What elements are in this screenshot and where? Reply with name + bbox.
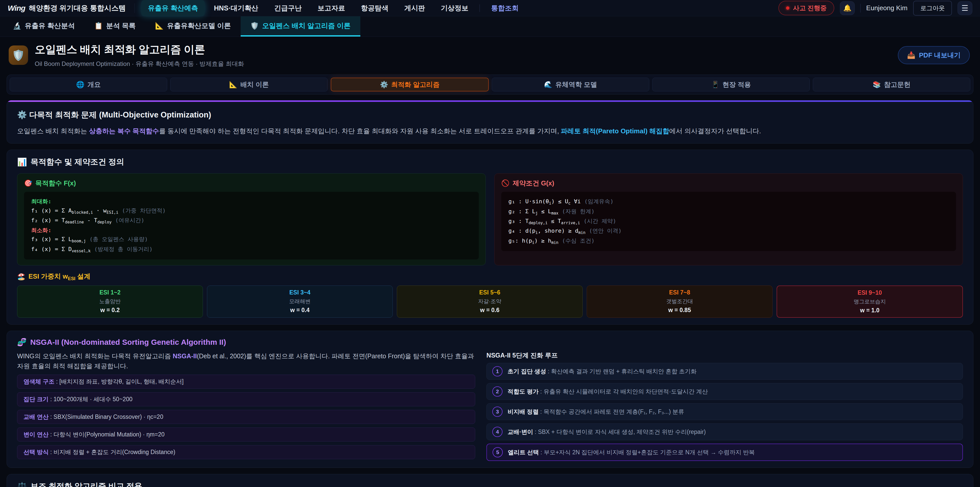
- logo: Wing 해양환경 위기대응 통합시스템: [8, 3, 135, 13]
- nav-item-reports[interactable]: 보고자료: [311, 0, 352, 16]
- param-selection: 선택 방식 : 비지배 정렬 + 혼잡도 거리(Crowding Distanc…: [17, 445, 475, 459]
- section-tab-bar: 🌐 개요 📐 배치 이론 ⚙️ 최적화 알고리즘 🌊 유체역학 모델 📱 현장 …: [6, 75, 974, 94]
- tab-label: 유출유확산모델 이론: [167, 21, 231, 30]
- formula-line: f₁ (x) = Σ Ablocked,i · wESI,i(가중 차단면적): [31, 206, 472, 216]
- step-number-badge: 3: [492, 407, 503, 417]
- section-tab-overview[interactable]: 🌐 개요: [10, 78, 167, 91]
- esi-card-9-10: ESI 9~10 맹그로브습지 w = 1.0: [776, 286, 963, 318]
- clipboard-icon: 📋: [94, 22, 103, 30]
- triangle-ruler-icon: 📐: [155, 22, 164, 30]
- shield-badge-icon: 🛡️: [9, 45, 28, 65]
- nav-item-air-search[interactable]: 항공탐색: [354, 0, 395, 16]
- tab-spill-analysis[interactable]: 🔬 유출유 확산분석: [3, 16, 84, 37]
- param-population: 집단 크기 : 100~200개체 · 세대수 50~200: [17, 392, 475, 406]
- step-number-badge: 5: [493, 447, 503, 457]
- esi-weights-block: 🏖️ ESI 가중치 wESI 설계 ESI 1~2 노출암반 w = 0.2 …: [17, 272, 963, 318]
- param-chromosome: 염색체 구조 : [배치지점 좌표, 방향각θ, 길이L, 형태, 배치순서]: [17, 375, 475, 389]
- section-tab-hydrodynamics[interactable]: 🌊 유체역학 모델: [492, 78, 649, 91]
- user-name: Eunjeong Kim: [866, 4, 907, 12]
- objective-code-block: 최대화: f₁ (x) = Σ Ablocked,i · wESI,i(가중 차…: [24, 192, 479, 259]
- dna-icon: 🧬: [17, 338, 27, 346]
- target-icon: 🎯: [24, 179, 32, 187]
- section-tab-label: 개요: [88, 80, 101, 89]
- panel-title: 🎯 목적함수 F(x): [24, 179, 479, 188]
- main-menu: 유출유 확산예측 HNS·대기확산 긴급구난 보고자료 항공탐색 게시판 기상정…: [142, 0, 525, 16]
- highlight-nsga: NSGA-II: [173, 353, 197, 359]
- incident-status-badge: 사고 진행중: [778, 1, 834, 15]
- maximize-label: 최대화:: [31, 197, 472, 206]
- page-header-text: 오일펜스 배치 최적화 알고리즘 이론 Oil Boom Deployment …: [35, 42, 244, 68]
- nav-item-weather[interactable]: 기상정보: [434, 0, 475, 16]
- formula-line: g₃ : Tdeploy,i ≤ Tarrive,i(시간 제약): [508, 217, 949, 226]
- evolution-loop-title: NSGA-II 5단계 진화 루프: [487, 351, 963, 359]
- definition-panels: 🎯 목적함수 F(x) 최대화: f₁ (x) = Σ Ablocked,i ·…: [17, 173, 963, 265]
- top-nav: Wing 해양환경 위기대응 통합시스템 유출유 확산예측 HNS·대기확산 긴…: [0, 0, 980, 16]
- esi-card-5-6: ESI 5~6 자갈·조약 w = 0.6: [397, 286, 583, 318]
- tab-analysis-list[interactable]: 📋 분석 목록: [84, 16, 145, 37]
- nav-right: 사고 진행중 🔔 Eunjeong Kim 로그아웃 ☰: [778, 1, 972, 16]
- nav-item-board[interactable]: 게시판: [398, 0, 431, 16]
- sub-tab-bar: 🔬 유출유 확산분석 📋 분석 목록 📐 유출유확산모델 이론 🛡️ 오일펜스 …: [0, 16, 980, 37]
- pdf-export-button[interactable]: 📥 PDF 내보내기: [898, 46, 970, 64]
- esi-weights-title: 🏖️ ESI 가중치 wESI 설계: [17, 272, 963, 281]
- highlight-conflicting-objectives: 상충하는 복수 목적함수: [89, 127, 159, 135]
- nav-item-integrated-search[interactable]: 통합조회: [484, 0, 525, 16]
- objective-function-panel: 🎯 목적함수 F(x) 최대화: f₁ (x) = Σ Ablocked,i ·…: [17, 173, 486, 265]
- download-icon: 📥: [907, 51, 915, 59]
- step-number-badge: 1: [492, 366, 503, 377]
- evolution-step-4: 4 교배·변이 : SBX + 다항식 변이로 자식 세대 생성, 제약조건 위…: [487, 423, 963, 440]
- section-tab-label: 최적화 알고리즘: [391, 80, 439, 89]
- panel-title: 🚫 제약조건 G(x): [501, 179, 956, 188]
- tab-boom-algorithm-theory[interactable]: 🛡️ 오일펜스 배치 알고리즘 이론: [241, 16, 360, 37]
- param-crossover: 교배 연산 : SBX(Simulated Binary Crossover) …: [17, 410, 475, 424]
- nav-item-oil-spill-forecast[interactable]: 유출유 확산예측: [142, 0, 205, 16]
- bell-icon: 🔔: [843, 4, 851, 12]
- esi-cards: ESI 1~2 노출암반 w = 0.2 ESI 3~4 모래해변 w = 0.…: [17, 286, 963, 318]
- section-tab-deployment-theory[interactable]: 📐 배치 이론: [170, 78, 328, 91]
- gear-icon: ⚙️: [17, 110, 27, 119]
- section-tab-field-application[interactable]: 📱 현장 적용: [652, 78, 810, 91]
- shield-icon: 🛡️: [250, 22, 259, 30]
- section-title: ⚙️ 다목적 최적화 문제 (Multi-Objective Optimizat…: [17, 110, 963, 120]
- gear-icon: ⚙️: [380, 81, 388, 89]
- globe-icon: 🌐: [76, 81, 84, 89]
- nsga-right-column: NSGA-II 5단계 진화 루프 1 초기 집단 생성 : 확산예측 결과 기…: [487, 351, 963, 461]
- esi-card-3-4: ESI 3~4 모래해변 w = 0.4: [207, 286, 393, 318]
- tab-label: 분석 목록: [106, 21, 136, 30]
- hamburger-icon: ☰: [962, 3, 969, 13]
- triangle-ruler-icon: 📐: [229, 81, 237, 89]
- section-tab-optimization-algorithm[interactable]: ⚙️ 최적화 알고리즘: [331, 78, 489, 91]
- section-paragraph: 오일펜스 배치 최적화는 상충하는 복수 목적함수를 동시에 만족해야 하는 전…: [17, 126, 963, 136]
- formula-line: f₂ (x) = Tdeadline - Tdeploy(여유시간): [31, 216, 472, 225]
- nav-item-hns[interactable]: HNS·대기확산: [207, 0, 265, 16]
- nsga-left-column: WING의 오일펜스 배치 최적화는 다목적 유전알고리즘 NSGA-II(De…: [17, 351, 475, 461]
- formula-line: g₁ : U·sin(θi) ≤ Uc ∀i(임계유속): [508, 197, 949, 207]
- menu-button[interactable]: ☰: [958, 1, 972, 15]
- evolution-step-3: 3 비지배 정렬 : 목적함수 공간에서 파레토 전면 계층(F₁, F₂, F…: [487, 403, 963, 420]
- device-icon: 📱: [711, 81, 719, 89]
- minimize-label: 최소화:: [31, 226, 472, 235]
- nav-separator: [479, 4, 480, 12]
- beach-icon: 🏖️: [17, 273, 25, 281]
- formula-line: f₃ (x) = Σ Lboom,j(총 오일펜스 사용량): [31, 235, 472, 244]
- incident-status-label: 사고 진행중: [793, 4, 827, 12]
- step-number-badge: 4: [492, 427, 503, 437]
- section-tab-label: 참고문헌: [884, 80, 911, 89]
- page-header: 🛡️ 오일펜스 배치 최적화 알고리즘 이론 Oil Boom Deployme…: [0, 37, 980, 73]
- evolution-step-2: 2 적합도 평가 : 유출유 확산 시뮬레이터로 각 배치안의 차단면적·도달시…: [487, 383, 963, 400]
- status-dot-icon: [786, 6, 789, 10]
- step-number-badge: 2: [492, 386, 503, 397]
- nsga-section: 🧬 NSGA-II (Non-dominated Sorting Genetic…: [6, 331, 974, 468]
- nav-divider: [860, 4, 861, 13]
- logout-button[interactable]: 로그아웃: [913, 1, 952, 16]
- nav-item-rescue[interactable]: 긴급구난: [267, 0, 308, 16]
- section-tab-references[interactable]: 📚 참고문헌: [813, 78, 970, 91]
- multi-objective-section: ⚙️ 다목적 최적화 문제 (Multi-Objective Optimizat…: [6, 100, 974, 144]
- section-title: 📊 목적함수 및 제약조건 정의: [17, 156, 963, 167]
- param-mutation: 변이 연산 : 다항식 변이(Polynomial Mutation) · ηm…: [17, 428, 475, 442]
- notifications-button[interactable]: 🔔: [840, 1, 855, 15]
- tab-diffusion-model-theory[interactable]: 📐 유출유확산모델 이론: [145, 16, 240, 37]
- evolution-step-1: 1 초기 집단 생성 : 확산예측 결과 기반 랜덤 + 휴리스틱 배치안 혼합…: [487, 363, 963, 380]
- formula-line: g₅: h(pi) ≥ hmin(수심 조건): [508, 236, 949, 246]
- section-title: 🧬 NSGA-II (Non-dominated Sorting Genetic…: [17, 338, 963, 346]
